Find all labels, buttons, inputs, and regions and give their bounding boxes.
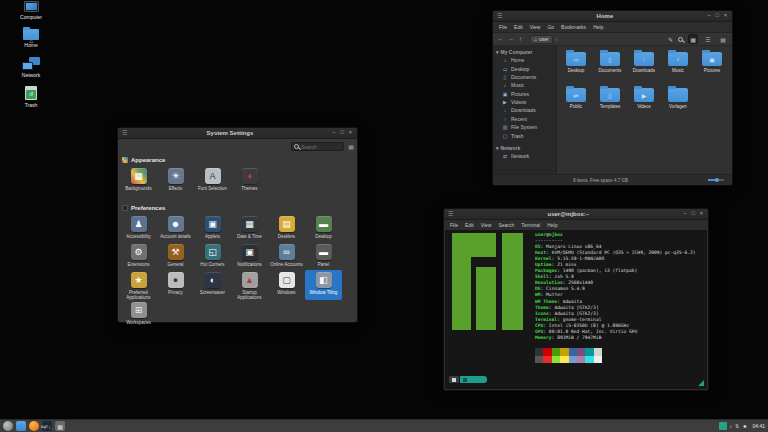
sidebar-item-downloads[interactable]: ↓Downloads [493, 106, 556, 114]
terminal-launcher-icon[interactable]: &gt;_ [42, 421, 52, 431]
sidebar-item-pictures[interactable]: ▣Pictures [493, 90, 556, 98]
desktop-icon-home[interactable]: ⌂ Home [3, 26, 59, 48]
edit-location-icon[interactable]: ✎ [668, 36, 673, 43]
close-button[interactable]: × [349, 130, 352, 136]
window-list-icon[interactable]: ▦ [55, 421, 65, 431]
tile-preferred-applications[interactable]: ★Preferred Applications [120, 270, 157, 300]
folder-vorlagen[interactable]: Vorlagen [661, 88, 695, 109]
tile-startup-applications[interactable]: ▲Startup Applications [231, 270, 268, 300]
sidebar-item-recent[interactable]: ○Recent [493, 115, 556, 123]
tile-desktop[interactable]: ▬Desktop [305, 214, 342, 239]
terminal-content[interactable]: user@mjbox ---------- OSManjaro Linux x8… [445, 230, 707, 389]
desktop-icon-network[interactable]: Network [3, 57, 59, 78]
menu-search[interactable]: Search [498, 222, 514, 228]
sidebar-item-file-system[interactable]: ▥File System [493, 123, 556, 131]
menu-view[interactable]: View [530, 24, 541, 30]
zoom-slider[interactable] [708, 179, 724, 181]
tile-online-accounts[interactable]: ∞Online Accounts [268, 242, 305, 267]
tile-extensions[interactable]: ⚙Extensions [120, 242, 157, 267]
maximize-button[interactable]: □ [715, 13, 718, 19]
compact-view-button[interactable]: ▤ [718, 34, 728, 44]
folder-pictures[interactable]: ▣Pictures [695, 52, 729, 73]
sidebar-item-documents[interactable]: ▯Documents [493, 73, 556, 81]
tile-general[interactable]: ⚒General [157, 242, 194, 267]
folder-public[interactable]: ⇄Public [559, 88, 593, 109]
menu-file[interactable]: File [450, 222, 458, 228]
minimize-button[interactable]: – [683, 211, 686, 217]
tray-app-icon[interactable] [719, 422, 727, 430]
minimize-button[interactable]: – [707, 13, 710, 19]
search-input[interactable] [301, 144, 341, 150]
tile-account-details[interactable]: ☻Account details [157, 214, 194, 239]
folder-videos[interactable]: ▶Videos [627, 88, 661, 109]
tile-applets[interactable]: ▣Applets [194, 214, 231, 239]
up-button[interactable]: ↑ [519, 36, 522, 42]
tile-workspaces[interactable]: ⊞Workspaces [120, 300, 157, 325]
tile-date-time[interactable]: ▦Date & Time [231, 214, 268, 239]
tile-hot-corners[interactable]: ◱Hot Corners [194, 242, 231, 267]
minimize-button[interactable]: – [332, 130, 335, 136]
files-launcher-icon[interactable] [16, 421, 26, 431]
folder-music[interactable]: ♪Music [661, 52, 695, 73]
tile-effects[interactable]: ☀Effects [157, 166, 194, 191]
sidebar-item-music[interactable]: ♪Music [493, 81, 556, 89]
file-manager-titlebar[interactable]: ☰ Home – □ × [493, 11, 732, 22]
folder-templates[interactable]: ▯Templates [593, 88, 627, 109]
menu-edit[interactable]: Edit [465, 222, 474, 228]
tile-privacy[interactable]: ●Privacy [157, 270, 194, 300]
desktop-icon-computer[interactable]: Computer [3, 1, 59, 20]
user-applet-icon[interactable]: ☻ [742, 423, 747, 429]
menu-bookmarks[interactable]: Bookmarks [561, 24, 586, 30]
maximize-button[interactable]: □ [340, 130, 343, 136]
clock[interactable]: 04:41 [752, 423, 765, 429]
maximize-button[interactable]: □ [691, 211, 694, 217]
desktop-icon-trash[interactable]: ↺ Trash [3, 86, 59, 108]
close-button[interactable]: × [700, 211, 703, 217]
breadcrumb-next-icon[interactable]: › [556, 36, 558, 42]
sidebar-item-home[interactable]: ⌂Home [493, 56, 556, 64]
icon-view-button[interactable]: ▦ [688, 34, 698, 44]
list-view-button[interactable]: ☰ [703, 34, 713, 44]
menu-terminal[interactable]: Terminal [521, 222, 540, 228]
sidebar-section-network[interactable]: ▾Network [493, 144, 556, 152]
tile-desklets[interactable]: ▤Desklets [268, 214, 305, 239]
sidebar-item-videos[interactable]: ▶Videos [493, 98, 556, 106]
sidebar-item-desktop[interactable]: ▭Desktop [493, 64, 556, 72]
menu-help[interactable]: Help [547, 222, 557, 228]
tile-windows[interactable]: ▢Windows [268, 270, 305, 300]
folder-downloads[interactable]: ↓Downloads [627, 52, 661, 73]
menu-launcher-icon[interactable] [3, 421, 13, 431]
view-toggle-icon[interactable]: ▦ [348, 143, 354, 150]
terminal-titlebar[interactable]: ☰ user@mjbox:~ – □ × [444, 209, 708, 220]
back-button[interactable]: ← [497, 36, 503, 42]
sidebar-item-trash[interactable]: ▢Trash [493, 131, 556, 139]
settings-titlebar[interactable]: ☰ System Settings – □ × [118, 128, 357, 139]
tile-panel[interactable]: ▬Panel [305, 242, 342, 267]
breadcrumb[interactable]: ⌂ user [530, 35, 553, 44]
tile-backgrounds[interactable]: ▦Backgrounds [120, 166, 157, 191]
menu-go[interactable]: Go [547, 24, 554, 30]
tile-accessibility[interactable]: ♟Accessibility [120, 214, 157, 239]
tile-window-tiling-selected[interactable]: ◧Window Tiling [305, 270, 342, 300]
volume-icon[interactable]: ♪ [730, 423, 733, 429]
forward-button[interactable]: → [508, 36, 514, 42]
tile-notifications[interactable]: ▣Notifications [231, 242, 268, 267]
sidebar-section-my-computer[interactable]: ▾My Computer [493, 48, 556, 56]
folder-desktop[interactable]: ▭Desktop [559, 52, 593, 73]
search-box[interactable] [291, 142, 344, 151]
tile-font-selection[interactable]: AFont Selection [194, 166, 231, 191]
network-icon[interactable]: ⇅ [735, 423, 739, 429]
menu-file[interactable]: File [499, 24, 507, 30]
tile-themes[interactable]: ♦Themes [231, 166, 268, 191]
sidebar-item-network[interactable]: ⇄Network [493, 152, 556, 160]
folder-documents[interactable]: ▯Documents [593, 52, 627, 73]
close-button[interactable]: × [724, 13, 727, 19]
resize-grip[interactable] [698, 380, 704, 386]
shell-prompt[interactable] [449, 376, 487, 383]
menu-edit[interactable]: Edit [514, 24, 523, 30]
tile-screensaver[interactable]: ◐Screensaver [194, 270, 231, 300]
menu-view[interactable]: View [481, 222, 492, 228]
firefox-launcher-icon[interactable] [29, 421, 39, 431]
search-icon[interactable] [678, 37, 683, 42]
menu-help[interactable]: Help [593, 24, 603, 30]
